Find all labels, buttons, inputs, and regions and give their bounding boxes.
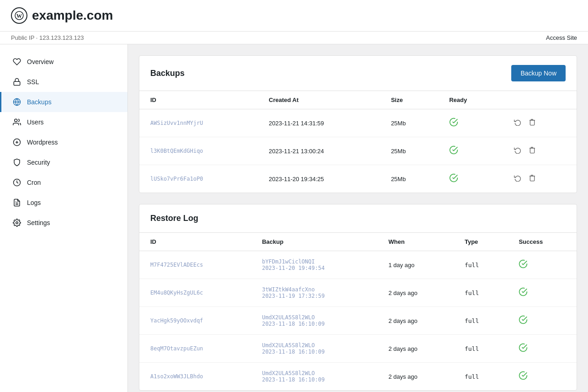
restore-success-cell	[508, 279, 577, 307]
access-site-link[interactable]: Access Site	[546, 34, 577, 41]
layout: Overview SSL Backups	[0, 44, 588, 392]
site-title: example.com	[32, 8, 113, 23]
backup-created-at: 2023-11-20 19:34:25	[258, 165, 380, 193]
restore-type-cell: full	[454, 363, 508, 391]
sub-header: Public IP · 123.123.123.123 Access Site	[0, 32, 588, 44]
restore-when-cell: 2 days ago	[377, 307, 454, 335]
header-left: W example.com	[11, 7, 113, 24]
restore-log-header: Restore Log	[139, 204, 577, 233]
backup-created-at: 2023-11-21 14:31:59	[258, 109, 380, 137]
backup-row: AWSizUvv1nnMYjrU 2023-11-21 14:31:59 25M…	[139, 109, 577, 137]
success-check-icon	[519, 289, 528, 298]
clock-icon	[12, 178, 21, 187]
restore-when-cell: 1 day ago	[377, 251, 454, 279]
sidebar: Overview SSL Backups	[0, 44, 128, 392]
backup-size: 25Mb	[380, 109, 439, 137]
restore-type-cell: full	[454, 279, 508, 307]
sidebar-label-settings: Settings	[27, 219, 50, 226]
success-check-icon	[519, 373, 528, 382]
sidebar-item-settings[interactable]: Settings	[0, 213, 127, 233]
col-created-at: Created At	[258, 91, 380, 109]
backup-now-button[interactable]: Backup Now	[511, 65, 566, 81]
restore-button[interactable]	[512, 172, 523, 185]
rl-col-id: ID	[139, 233, 251, 251]
backups-table: ID Created At Size Ready AWSizUvv1nnMYjr…	[139, 91, 577, 193]
restore-button[interactable]	[512, 145, 523, 157]
success-check-icon	[519, 345, 528, 354]
sidebar-label-security: Security	[27, 159, 50, 166]
restore-id-cell: A1so2xoWW3JLBhdo	[139, 363, 251, 391]
restore-backup-cell: UmdX2ULA5S8l2WLO 2023-11-18 16:10:09	[251, 363, 377, 391]
sidebar-label-wordpress: Wordpress	[27, 139, 58, 146]
sidebar-item-users[interactable]: Users	[0, 112, 127, 132]
restore-success-cell	[508, 307, 577, 335]
delete-button[interactable]	[527, 117, 538, 129]
wordpress-icon	[12, 138, 21, 147]
backup-row: l3K0BtQEmKdGHiqo 2023-11-21 13:00:24 25M…	[139, 137, 577, 165]
backup-ready	[438, 165, 501, 193]
backup-id-cell: lUSko7vPr6Fa1oP0	[139, 165, 258, 193]
globe-icon	[12, 97, 21, 107]
sidebar-label-overview: Overview	[27, 58, 53, 65]
sidebar-item-backups[interactable]: Backups	[0, 92, 127, 112]
restore-success-cell	[508, 363, 577, 391]
heart-icon	[12, 57, 21, 66]
success-check-icon	[519, 261, 528, 270]
restore-backup-cell: UmdX2ULA5S8l2WLO 2023-11-18 16:10:09	[251, 307, 377, 335]
wp-logo: W	[11, 7, 27, 24]
file-icon	[12, 198, 21, 207]
backup-actions	[501, 109, 577, 137]
col-id: ID	[139, 91, 258, 109]
restore-button[interactable]	[512, 117, 523, 129]
restore-backup-cell: bYFDmJ1wCiclONQI 2023-11-20 19:49:54	[251, 251, 377, 279]
restore-id-cell: EM4u8QKyHsZgUL6c	[139, 279, 251, 307]
restore-log-row: M7F4725EVlADEEcs bYFDmJ1wCiclONQI 2023-1…	[139, 251, 577, 279]
sidebar-item-overview[interactable]: Overview	[0, 52, 127, 72]
restore-type-cell: full	[454, 335, 508, 363]
sidebar-label-backups: Backups	[27, 98, 52, 106]
main-content: Backups Backup Now ID Created At Size Re…	[128, 44, 588, 392]
restore-type-cell: full	[454, 307, 508, 335]
delete-button[interactable]	[527, 172, 538, 185]
restore-when-cell: 2 days ago	[377, 335, 454, 363]
restore-when-cell: 2 days ago	[377, 279, 454, 307]
backup-ready	[438, 137, 501, 165]
col-actions	[501, 91, 577, 109]
sidebar-item-logs[interactable]: Logs	[0, 193, 127, 213]
col-ready: Ready	[438, 91, 501, 109]
sidebar-item-cron[interactable]: Cron	[0, 172, 127, 193]
users-icon	[12, 118, 21, 127]
backup-actions	[501, 137, 577, 165]
restore-when-cell: 2 days ago	[377, 363, 454, 391]
backup-ready	[438, 109, 501, 137]
restore-log-card: Restore Log ID Backup When Type Success …	[139, 204, 577, 391]
restore-backup-cell: 3tWIZtkW4aafcXno 2023-11-19 17:32:59	[251, 279, 377, 307]
backups-card: Backups Backup Now ID Created At Size Re…	[139, 55, 577, 193]
backup-id-cell: AWSizUvv1nnMYjrU	[139, 109, 258, 137]
restore-log-row: YacHgk59yOOxvdqf UmdX2ULA5S8l2WLO 2023-1…	[139, 307, 577, 335]
check-icon	[449, 147, 458, 156]
backup-actions	[501, 165, 577, 193]
restore-log-table: ID Backup When Type Success M7F4725EVlAD…	[139, 233, 577, 390]
check-icon	[449, 175, 458, 184]
restore-log-row: 8eqM7OtavzpuEZun UmdX2ULA5S8l2WLO 2023-1…	[139, 335, 577, 363]
svg-rect-2	[14, 81, 20, 85]
restore-log-title: Restore Log	[150, 214, 198, 223]
col-size: Size	[380, 91, 439, 109]
sidebar-label-cron: Cron	[27, 179, 41, 186]
delete-button[interactable]	[527, 145, 538, 157]
backup-row: lUSko7vPr6Fa1oP0 2023-11-20 19:34:25 25M…	[139, 165, 577, 193]
restore-log-row: EM4u8QKyHsZgUL6c 3tWIZtkW4aafcXno 2023-1…	[139, 279, 577, 307]
sidebar-item-security[interactable]: Security	[0, 152, 127, 172]
sidebar-item-ssl[interactable]: SSL	[0, 72, 127, 92]
check-icon	[449, 119, 458, 129]
rl-col-success: Success	[508, 233, 577, 251]
restore-backup-cell: UmdX2ULA5S8l2WLO 2023-11-18 16:10:09	[251, 335, 377, 363]
sidebar-label-users: Users	[27, 118, 44, 126]
backups-card-title: Backups	[150, 69, 185, 78]
sidebar-label-logs: Logs	[27, 199, 41, 206]
gear-icon	[12, 218, 21, 227]
success-check-icon	[519, 317, 528, 326]
sidebar-item-wordpress[interactable]: Wordpress	[0, 132, 127, 152]
header: W example.com	[0, 0, 588, 32]
